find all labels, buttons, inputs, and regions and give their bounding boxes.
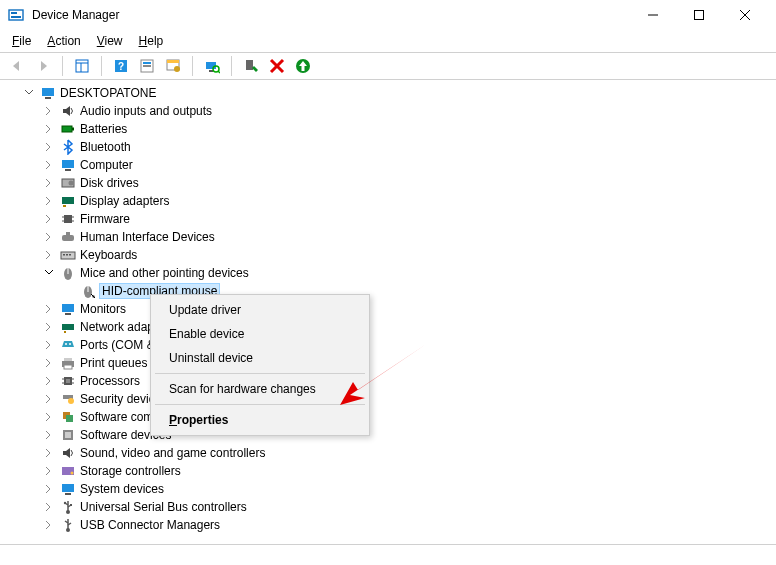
svg-rect-53 xyxy=(62,324,74,330)
svg-rect-22 xyxy=(246,60,253,70)
svg-rect-75 xyxy=(65,493,71,495)
storage-icon xyxy=(60,463,76,479)
expand-icon[interactable] xyxy=(42,464,56,478)
toolbar: ? xyxy=(0,52,776,80)
expand-icon[interactable] xyxy=(42,338,56,352)
context-update-driver[interactable]: Update driver xyxy=(153,298,367,322)
expand-icon[interactable] xyxy=(42,482,56,496)
tree-device-hid-mouse[interactable]: HID-compliant mouse xyxy=(2,282,774,300)
expand-icon[interactable] xyxy=(42,140,56,154)
expand-icon[interactable] xyxy=(42,428,56,442)
svg-rect-29 xyxy=(72,128,74,131)
expand-icon[interactable] xyxy=(42,194,56,208)
svg-rect-1 xyxy=(11,12,17,14)
expand-icon[interactable] xyxy=(42,158,56,172)
network-icon xyxy=(60,319,76,335)
expand-icon[interactable] xyxy=(42,176,56,190)
enable-device-button[interactable] xyxy=(240,55,262,77)
usb-icon xyxy=(60,499,76,515)
menu-help[interactable]: Help xyxy=(131,32,172,50)
tree-category-audio[interactable]: Audio inputs and outputs xyxy=(2,102,774,120)
expand-icon[interactable] xyxy=(42,104,56,118)
tree-category-usb[interactable]: Universal Serial Bus controllers xyxy=(2,498,774,516)
hid-icon xyxy=(60,229,76,245)
disk-icon xyxy=(60,175,76,191)
svg-rect-69 xyxy=(66,415,73,422)
expand-icon[interactable] xyxy=(42,518,56,532)
shield-icon xyxy=(60,391,76,407)
forward-button xyxy=(32,55,54,77)
annotation-arrow xyxy=(335,340,430,410)
tree-category-display[interactable]: Display adapters xyxy=(2,192,774,210)
tree-category-softcomp[interactable]: Software comp xyxy=(2,408,774,426)
svg-rect-42 xyxy=(66,232,70,235)
show-hide-tree-button[interactable] xyxy=(71,55,93,77)
minimize-button[interactable] xyxy=(630,0,676,30)
uninstall-button[interactable] xyxy=(266,55,288,77)
expand-icon[interactable] xyxy=(22,86,36,100)
expand-icon[interactable] xyxy=(42,410,56,424)
menu-file-label: F xyxy=(12,34,19,48)
mouse-icon xyxy=(80,283,96,299)
tree-category-computer[interactable]: Computer xyxy=(2,156,774,174)
expand-icon[interactable] xyxy=(42,266,56,280)
tree-root-label: DESKTOPATONE xyxy=(60,86,156,100)
tree-category-firmware[interactable]: Firmware xyxy=(2,210,774,228)
svg-rect-45 xyxy=(66,254,68,256)
expand-icon[interactable] xyxy=(42,392,56,406)
svg-point-56 xyxy=(69,343,71,345)
status-bar xyxy=(0,545,776,563)
scan-hardware-button[interactable] xyxy=(201,55,223,77)
tree-category-sound[interactable]: Sound, video and game controllers xyxy=(2,444,774,462)
expand-icon[interactable] xyxy=(42,212,56,226)
tree-category-bluetooth[interactable]: Bluetooth xyxy=(2,138,774,156)
app-icon xyxy=(8,7,24,23)
expand-icon[interactable] xyxy=(42,374,56,388)
action-icon[interactable] xyxy=(136,55,158,77)
context-separator xyxy=(155,373,365,374)
expand-icon[interactable] xyxy=(42,446,56,460)
menu-file[interactable]: FFileile xyxy=(4,32,39,50)
tree-category-mice[interactable]: Mice and other pointing devices xyxy=(2,264,774,282)
title-bar: Device Manager xyxy=(0,0,776,30)
expand-icon[interactable] xyxy=(42,500,56,514)
svg-rect-2 xyxy=(11,16,21,18)
svg-rect-30 xyxy=(62,160,74,168)
tree-category-monitors[interactable]: Monitors xyxy=(2,300,774,318)
expand-icon[interactable] xyxy=(42,356,56,370)
expand-icon[interactable] xyxy=(42,122,56,136)
context-properties[interactable]: Properties xyxy=(153,408,367,432)
expand-icon[interactable] xyxy=(42,302,56,316)
svg-rect-71 xyxy=(65,432,71,438)
menu-action[interactable]: Action xyxy=(39,32,88,50)
tree-category-usbconn[interactable]: USB Connector Managers xyxy=(2,516,774,534)
svg-rect-58 xyxy=(64,358,72,361)
monitor-icon xyxy=(60,157,76,173)
tree-category-system[interactable]: System devices xyxy=(2,480,774,498)
tree-category-hid[interactable]: Human Interface Devices xyxy=(2,228,774,246)
chip-icon xyxy=(60,211,76,227)
help-button[interactable]: ? xyxy=(110,55,132,77)
tree-category-storage[interactable]: Storage controllers xyxy=(2,462,774,480)
svg-rect-26 xyxy=(42,88,54,96)
expand-icon[interactable] xyxy=(42,248,56,262)
expand-icon[interactable] xyxy=(42,230,56,244)
tree-category-network[interactable]: Network adapt xyxy=(2,318,774,336)
svg-rect-4 xyxy=(695,11,704,20)
tree-category-softdev[interactable]: Software devices xyxy=(2,426,774,444)
maximize-button[interactable] xyxy=(676,0,722,30)
bluetooth-icon xyxy=(60,139,76,155)
device-tree[interactable]: DESKTOPATONE Audio inputs and outputs Ba… xyxy=(0,80,776,545)
svg-rect-14 xyxy=(143,65,151,67)
update-driver-button[interactable] xyxy=(292,55,314,77)
tree-category-batteries[interactable]: Batteries xyxy=(2,120,774,138)
menu-view[interactable]: View xyxy=(89,32,131,50)
printer-icon xyxy=(60,355,76,371)
properties-button[interactable] xyxy=(162,55,184,77)
tree-category-keyboards[interactable]: Keyboards xyxy=(2,246,774,264)
svg-line-21 xyxy=(218,71,220,73)
close-button[interactable] xyxy=(722,0,768,30)
tree-category-disk[interactable]: Disk drives xyxy=(2,174,774,192)
tree-root[interactable]: DESKTOPATONE xyxy=(2,84,774,102)
expand-icon[interactable] xyxy=(42,320,56,334)
